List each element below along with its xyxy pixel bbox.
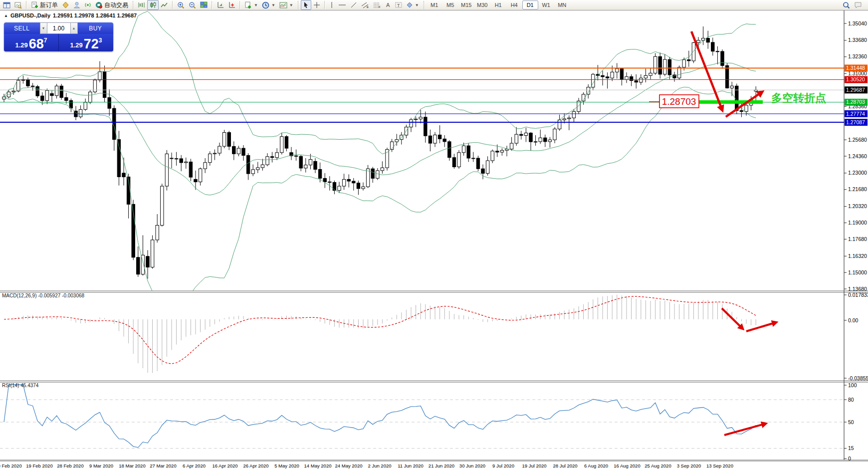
auto-trading-label: 自动交易	[104, 1, 128, 9]
volume-value[interactable]: 1.00	[47, 22, 70, 34]
chart-window: 1.28703多空转折点1.350401.336801.323601.31000…	[0, 10, 868, 469]
svg-text:6 Apr 2020: 6 Apr 2020	[183, 463, 206, 469]
chart-candles-button[interactable]	[147, 0, 159, 10]
timeframe-h4[interactable]: H4	[506, 0, 522, 9]
buy-button[interactable]: BUY	[78, 22, 114, 34]
sell-button[interactable]: SELL	[4, 22, 40, 34]
timeframe-m30[interactable]: M30	[474, 0, 490, 9]
svg-text:25 Aug 2020: 25 Aug 2020	[645, 463, 671, 469]
timeframe-group: M1M5M15M30H1H4D1W1MN	[426, 0, 571, 10]
timeframe-mn[interactable]: MN	[554, 0, 570, 9]
chat-icon	[854, 1, 862, 8]
svg-text:1.24360: 1.24360	[848, 153, 867, 159]
macd-down-arrow	[722, 308, 743, 329]
timeframe-m15[interactable]: M15	[458, 0, 474, 9]
volume-increase-button[interactable]: ▲	[70, 22, 78, 34]
bid-pip-digit: 7	[44, 37, 47, 44]
market-watch-button[interactable]	[1, 0, 12, 10]
trendline-tool[interactable]	[348, 0, 359, 10]
svg-text:80: 80	[848, 397, 854, 403]
svg-text:9 Mar 2020: 9 Mar 2020	[89, 463, 113, 469]
ask-prefix: 1.29	[70, 41, 82, 49]
symbol-period-label: GBPUSD-,Daily	[10, 12, 50, 18]
chart-canvas[interactable]: 1.28703多空转折点1.350401.336801.323601.31000…	[0, 10, 868, 469]
zoom-in-button[interactable]	[175, 0, 187, 10]
objects-button[interactable]	[226, 0, 237, 10]
svg-text:0: 0	[848, 456, 851, 462]
svg-text:0.00: 0.00	[848, 317, 859, 323]
crosshair-tool-button[interactable]	[311, 0, 322, 10]
collapse-quote-icon[interactable]: ▲	[4, 13, 8, 18]
horizontal-line-tool[interactable]	[336, 0, 348, 10]
svg-text:0.017833: 0.017833	[848, 292, 868, 298]
bid-price[interactable]: 1.29 68 7	[4, 34, 58, 51]
zoom-out-button[interactable]	[187, 0, 198, 10]
timeframe-d1[interactable]: D1	[522, 0, 538, 9]
svg-text:T: T	[397, 3, 400, 8]
auto-trading-icon	[95, 1, 103, 8]
toolbar-separator	[133, 1, 133, 9]
macd-histogram	[4, 295, 756, 373]
crosshair-icon	[313, 1, 320, 8]
fibonacci-tool[interactable]: F	[371, 0, 383, 10]
text-a-icon: A	[385, 1, 391, 8]
up-arrow	[726, 92, 762, 117]
market-watch-icon	[3, 2, 10, 8]
chat-button[interactable]	[852, 0, 864, 10]
styler-button[interactable]	[60, 0, 71, 10]
ask-price[interactable]: 1.29 72 3	[59, 34, 113, 51]
person-icon	[73, 1, 80, 8]
channel-tool[interactable]: E	[359, 0, 371, 10]
indicators-axes-icon	[217, 1, 224, 8]
svg-text:F: F	[379, 5, 381, 8]
shapes-icon	[406, 1, 413, 8]
search-button[interactable]	[841, 0, 852, 10]
new-order-label: 新订单	[40, 1, 58, 9]
chevron-down-icon: ▼	[271, 3, 275, 7]
tile-windows-button[interactable]	[198, 0, 210, 10]
template-button[interactable]: ▼	[277, 0, 295, 10]
timeframe-m5[interactable]: M5	[442, 0, 458, 9]
svg-text:19 Feb 2020: 19 Feb 2020	[26, 463, 52, 469]
timeframe-w1[interactable]: W1	[538, 0, 554, 9]
timeframe-h1[interactable]: H1	[490, 0, 506, 9]
vertical-line-tool[interactable]	[327, 0, 336, 10]
period-clock-button[interactable]: ▼	[260, 0, 277, 10]
data-window-button[interactable]	[12, 0, 24, 10]
svg-text:1.16320: 1.16320	[848, 253, 867, 259]
new-order-button[interactable]: 新订单	[29, 0, 60, 10]
svg-text:3 Sep 2020: 3 Sep 2020	[677, 463, 701, 469]
turning-point-text: 多空转折点	[771, 92, 826, 104]
svg-text:1.20320: 1.20320	[848, 203, 867, 209]
toolbar-separator	[324, 1, 325, 9]
svg-text:1.28703: 1.28703	[846, 99, 865, 105]
template-icon	[279, 2, 287, 8]
timeframe-m1[interactable]: M1	[427, 0, 442, 9]
shapes-tool[interactable]: ▼	[404, 0, 421, 10]
macd-panel	[4, 295, 776, 373]
new-order-icon	[31, 1, 38, 8]
volume-decrease-button[interactable]: ▼	[40, 22, 47, 34]
bollinger-bands	[4, 11, 756, 301]
equidistant-channel-icon: E	[361, 1, 369, 8]
zoom-in-icon	[177, 1, 185, 9]
toolbar-separator	[239, 1, 240, 9]
add-indicator-button[interactable]: ▼	[242, 0, 260, 10]
auto-trading-button[interactable]: 自动交易	[93, 0, 130, 10]
text-label-tool[interactable]: T	[393, 0, 404, 10]
svg-text:1.35040: 1.35040	[848, 20, 867, 26]
svg-text:1.30520: 1.30520	[846, 76, 865, 82]
indicators-button[interactable]	[215, 0, 226, 10]
macd-label: MACD(12,26,9) -0.005927 -0.003068	[2, 293, 84, 298]
chart-line-button[interactable]	[159, 0, 170, 10]
signals-button[interactable]	[82, 0, 93, 10]
chart-bars-button[interactable]	[136, 0, 147, 10]
bar-chart-icon	[138, 1, 145, 8]
profile-button[interactable]	[71, 0, 82, 10]
svg-text:1.31448: 1.31448	[846, 65, 865, 71]
svg-text:13 Sep 2020: 13 Sep 2020	[706, 463, 733, 469]
svg-text:28 Feb 2020: 28 Feb 2020	[57, 463, 83, 469]
text-tool[interactable]: A	[383, 0, 393, 10]
svg-text:-0.038559: -0.038559	[848, 375, 868, 381]
cursor-tool-button[interactable]	[301, 0, 311, 10]
